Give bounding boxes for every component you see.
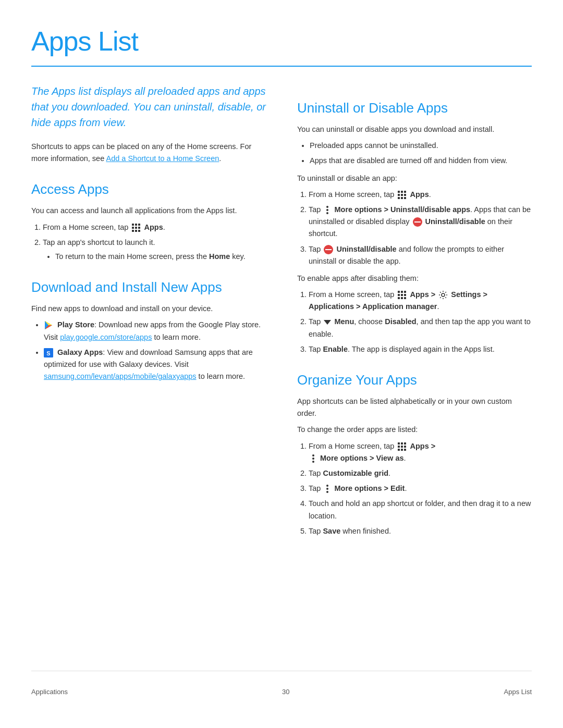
svg-rect-18 [398,194,400,196]
organize-description: App shortcuts can be listed alphabetical… [297,396,532,419]
organize-steps: From a Home screen, tap [297,440,532,537]
svg-rect-41 [401,446,403,448]
apps-bold: Apps [144,223,163,231]
svg-point-50 [326,488,328,490]
svg-rect-21 [398,197,400,199]
left-column: The Apps list displays all preloaded app… [31,83,266,671]
list-item: Apps that are disabled are turned off an… [310,155,532,167]
play-store-icon [44,320,53,330]
minus-circle-icon-2 [324,245,333,254]
svg-rect-29 [404,291,406,293]
organize-title: Organize Your Apps [297,370,532,390]
galaxy-apps-icon: S [44,348,53,357]
uninstall-description: You can uninstall or disable apps you do… [297,124,532,135]
to-uninstall-text: To uninstall or disable an app: [297,172,532,184]
to-enable-text: To enable apps after disabling them: [297,273,532,285]
svg-rect-0 [132,224,134,226]
svg-rect-28 [401,291,403,293]
apps-grid-icon-3 [397,290,407,300]
list-item: S Galaxy Apps: View and download Samsung… [44,347,266,383]
list-item: From a Home screen, tap [43,221,266,233]
uninstall-bullets: Preloaded apps cannot be uninstalled. Ap… [297,140,532,167]
svg-point-36 [442,293,445,297]
svg-point-49 [326,485,328,487]
svg-rect-5 [138,227,140,229]
settings-gear-icon [438,290,448,300]
svg-rect-8 [138,230,140,232]
svg-rect-34 [401,297,403,299]
list-item: Tap Customizable grid. [309,467,532,479]
apps-grid-icon [131,223,141,232]
svg-rect-20 [404,194,406,196]
list-item: Tap More options > Uninstall/disable app… [309,204,532,240]
svg-rect-4 [135,227,137,229]
svg-rect-37 [398,442,400,445]
footer-right: Apps List [504,687,532,697]
list-item: Play Store: Download new apps from the G… [44,319,266,343]
svg-rect-15 [398,191,400,193]
svg-rect-1 [135,224,137,226]
play-store-label: Play Store [57,320,94,329]
uninstall-steps: From a Home screen, tap [297,189,532,267]
more-options-icon [324,205,331,215]
shortcut-text: Shortcuts to apps can be placed on any o… [31,141,266,165]
download-install-list: Play Store: Download new apps from the G… [31,319,266,382]
svg-rect-33 [398,297,400,299]
apps-grid-icon-2 [397,190,407,200]
svg-rect-38 [401,442,403,445]
play-store-link[interactable]: play.google.com/store/apps [60,333,152,341]
list-item: Tap Enable. The app is displayed again i… [309,343,532,355]
svg-rect-42 [404,446,406,448]
svg-rect-30 [398,294,400,296]
shortcut-link[interactable]: Add a Shortcut to a Home Screen [106,154,219,163]
download-install-title: Download and Install New Apps [31,277,266,298]
svg-rect-35 [404,297,406,299]
list-item: From a Home screen, tap [309,189,532,201]
list-item: Touch and hold an app shortcut or folder… [309,498,532,522]
svg-rect-19 [401,194,403,196]
galaxy-apps-link[interactable]: samsung.com/levant/apps/mobile/galaxyapp… [44,372,197,380]
to-change-text: To change the order apps are listed: [297,424,532,436]
more-options-icon-3 [324,484,331,493]
page-title: Apps List [31,21,532,61]
footer-left: Applications [31,687,68,697]
main-content: The Apps list displays all preloaded app… [31,83,532,671]
right-column: Uninstall or Disable Apps You can uninst… [297,83,532,671]
list-item: To return to the main Home screen, press… [55,251,266,263]
svg-rect-16 [401,191,403,193]
svg-rect-44 [401,449,403,451]
svg-point-51 [326,491,328,493]
uninstall-title: Uninstall or Disable Apps [297,98,532,118]
download-install-description: Find new apps to download and install on… [31,303,266,315]
svg-rect-39 [404,442,406,445]
access-apps-steps: From a Home screen, tap [31,221,266,263]
svg-rect-6 [132,230,134,232]
svg-rect-23 [404,197,406,199]
apps-grid-icon-4 [397,442,407,451]
svg-rect-40 [398,446,400,448]
svg-point-48 [312,461,314,463]
list-item: Tap Save when finished. [309,525,532,537]
minus-circle-icon [413,217,422,227]
svg-rect-45 [404,449,406,451]
svg-rect-2 [138,224,140,226]
svg-rect-17 [404,191,406,193]
footer-center: 30 [282,687,289,697]
svg-rect-27 [398,291,400,293]
more-options-icon-2 [310,454,317,463]
footer: Applications 30 Apps List [31,671,532,697]
title-divider [31,66,532,67]
triangle-menu-icon [324,320,331,325]
list-item: Tap More options > Edit. [309,483,532,495]
sub-bullet-list: To return to the main Home screen, press… [43,251,266,263]
svg-rect-7 [135,230,137,232]
galaxy-apps-label: Galaxy Apps [57,348,103,356]
svg-rect-32 [404,294,406,296]
svg-point-26 [326,212,328,214]
access-apps-description: You can access and launch all applicatio… [31,205,266,217]
intro-text: The Apps list displays all preloaded app… [31,83,266,130]
page: Apps List The Apps list displays all pre… [0,0,563,728]
svg-point-47 [312,458,314,460]
list-item: From a Home screen, tap [309,440,532,464]
svg-point-24 [326,206,328,208]
